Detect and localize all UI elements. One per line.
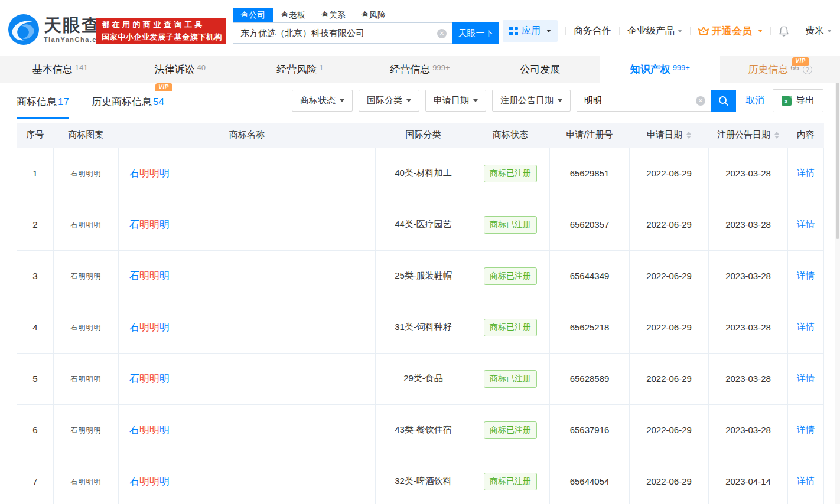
- banner-line2: 国家中小企业发展子基金旗下机构: [102, 32, 220, 42]
- highlighted-keyword: 明明: [139, 373, 159, 384]
- keyword-search-button[interactable]: [711, 90, 736, 112]
- table-row: 2 石明明明 石明明明 44类-医疗园艺 商标已注册 65620357 2022…: [17, 199, 824, 250]
- status-badge: 商标已注册: [484, 473, 537, 490]
- search-button[interactable]: 天眼一下: [452, 22, 499, 44]
- detail-link[interactable]: 详情: [788, 250, 824, 302]
- cancel-search-link[interactable]: 取消: [745, 94, 764, 107]
- trademark-name-link[interactable]: 石明明明: [119, 404, 376, 456]
- reg-number-cell: 65620357: [550, 199, 630, 250]
- trademark-image-text[interactable]: 石明明明: [71, 221, 102, 229]
- vip-badge: VIP: [155, 83, 172, 91]
- apply-date-cell: 2022-06-29: [630, 353, 709, 404]
- table-row: 4 石明明明 石明明明 31类-饲料种籽 商标已注册 65625218 2022…: [17, 302, 824, 353]
- detail-link[interactable]: 详情: [788, 404, 824, 456]
- detail-link[interactable]: 详情: [788, 456, 824, 504]
- open-membership[interactable]: 开通会员: [698, 24, 763, 38]
- trademark-name-link[interactable]: 石明明明: [119, 353, 376, 404]
- detail-link[interactable]: 详情: [788, 353, 824, 404]
- trademark-image-cell[interactable]: 石明明明: [54, 199, 119, 250]
- col-publication-date-sortable[interactable]: 注册公告日期: [709, 123, 788, 148]
- trademark-image-text[interactable]: 石明明明: [71, 169, 102, 178]
- crown-icon: [698, 27, 709, 36]
- trademark-image-cell[interactable]: 石明明明: [54, 148, 119, 199]
- tab-intellectual-property[interactable]: 知识产权 999+: [600, 56, 720, 83]
- tab-operational-risk[interactable]: 经营风险 1: [240, 56, 360, 83]
- trademark-image-text[interactable]: 石明明明: [71, 272, 102, 280]
- nav-cooperation[interactable]: 商务合作: [574, 25, 611, 37]
- trademark-image-cell[interactable]: 石明明明: [54, 250, 119, 302]
- row-index: 1: [17, 148, 54, 199]
- trademark-name-link[interactable]: 石明明明: [119, 302, 376, 353]
- sort-icon: [774, 132, 779, 139]
- filter-apply-date[interactable]: 申请日期: [425, 90, 486, 112]
- export-button[interactable]: x 导出: [773, 89, 823, 112]
- col-apply-date-sortable[interactable]: 申请日期: [630, 123, 709, 148]
- banner-line1: 都在用的商业查询工具: [102, 19, 220, 30]
- search-tab-risk[interactable]: 查风险: [353, 8, 393, 22]
- filter-publication-date[interactable]: 注册公告日期: [492, 90, 571, 112]
- search-tab-relation[interactable]: 查关系: [313, 8, 353, 22]
- detail-link[interactable]: 详情: [788, 148, 824, 199]
- row-index: 6: [17, 404, 54, 456]
- apply-date-cell: 2022-06-29: [630, 199, 709, 250]
- intl-class-cell: 29类-食品: [376, 353, 471, 404]
- trademark-image-cell[interactable]: 石明明明: [54, 302, 119, 353]
- reg-number-cell: 65637916: [550, 404, 630, 456]
- divider: [565, 27, 566, 35]
- trademark-subtabs: 商标信息17 VIP 历史商标信息54: [17, 83, 164, 119]
- status-badge: 商标已注册: [484, 319, 537, 336]
- chevron-down-icon: [678, 30, 682, 32]
- subtab-history-trademark-info[interactable]: VIP 历史商标信息54: [92, 83, 164, 119]
- scrollbar-thumb[interactable]: [836, 83, 839, 239]
- intl-class-cell: 32类-啤酒饮料: [376, 456, 471, 504]
- trademark-image-cell[interactable]: 石明明明: [54, 404, 119, 456]
- apps-menu[interactable]: 应用: [503, 20, 558, 42]
- highlighted-keyword: 明明: [139, 476, 159, 487]
- search-tab-company[interactable]: 查公司: [233, 8, 273, 22]
- trademark-name-link[interactable]: 石明明明: [119, 148, 376, 199]
- tab-history-info[interactable]: VIP 历史信息 66 ?: [720, 56, 840, 83]
- filter-intl-class[interactable]: 国际分类: [359, 90, 419, 112]
- trademark-image-text[interactable]: 石明明明: [71, 477, 102, 486]
- divider: [797, 27, 797, 35]
- clear-keyword-icon[interactable]: ✕: [696, 96, 705, 106]
- tab-legal-litigation[interactable]: 法律诉讼 40: [120, 56, 240, 83]
- trademark-image-text[interactable]: 石明明明: [71, 375, 102, 383]
- trademark-name-link[interactable]: 石明明明: [119, 456, 376, 504]
- publication-date-cell: 2023-03-28: [709, 148, 788, 199]
- tab-business-info[interactable]: 经营信息 999+: [360, 56, 480, 83]
- trademark-image-cell[interactable]: 石明明明: [54, 456, 119, 504]
- notifications-bell[interactable]: [779, 25, 789, 37]
- filter-trademark-status[interactable]: 商标状态: [292, 90, 353, 112]
- trademark-name-link[interactable]: 石明明明: [119, 199, 376, 250]
- company-search-input[interactable]: [233, 23, 452, 43]
- detail-link[interactable]: 详情: [788, 302, 824, 353]
- table-row: 3 石明明明 石明明明 25类-服装鞋帽 商标已注册 65644349 2022…: [17, 250, 824, 302]
- table-row: 6 石明明明 石明明明 43类-餐饮住宿 商标已注册 65637916 2022…: [17, 404, 824, 456]
- table-row: 1 石明明明 石明明明 40类-材料加工 商标已注册 65629851 2022…: [17, 148, 824, 199]
- search-icon: [718, 96, 729, 106]
- search-tab-boss[interactable]: 查老板: [273, 8, 313, 22]
- keyword-search-input[interactable]: [577, 90, 711, 111]
- user-menu[interactable]: 费米: [805, 25, 832, 37]
- trademark-image-text[interactable]: 石明明明: [71, 323, 102, 332]
- detail-link[interactable]: 详情: [788, 199, 824, 250]
- trademark-table: 序号 商标图案 商标名称 国际分类 商标状态 申请/注册号 申请日期 注册公告日…: [17, 123, 824, 504]
- publication-date-cell: 2023-03-28: [709, 404, 788, 456]
- row-index: 5: [17, 353, 54, 404]
- clear-search-icon[interactable]: ✕: [437, 29, 447, 38]
- subtab-trademark-info[interactable]: 商标信息17: [17, 83, 69, 119]
- tab-company-development[interactable]: 公司发展: [480, 56, 600, 83]
- publication-date-cell: 2023-03-28: [709, 302, 788, 353]
- top-right-nav: 应用 商务合作 企业级产品 开通会员 费米: [503, 20, 832, 42]
- tianyancha-logo[interactable]: 天眼查 TianYanCha.com: [8, 14, 108, 45]
- nav-enterprise[interactable]: 企业级产品: [627, 25, 682, 37]
- trademark-name-link[interactable]: 石明明明: [119, 250, 376, 302]
- trademark-image-text[interactable]: 石明明明: [71, 426, 102, 434]
- col-trademark-image: 商标图案: [54, 123, 119, 148]
- tab-basic-info[interactable]: 基本信息 141: [0, 56, 120, 83]
- svg-text:x: x: [784, 98, 788, 104]
- trademark-image-cell[interactable]: 石明明明: [54, 353, 119, 404]
- help-icon[interactable]: ?: [803, 65, 812, 74]
- apply-date-cell: 2022-06-29: [630, 250, 709, 302]
